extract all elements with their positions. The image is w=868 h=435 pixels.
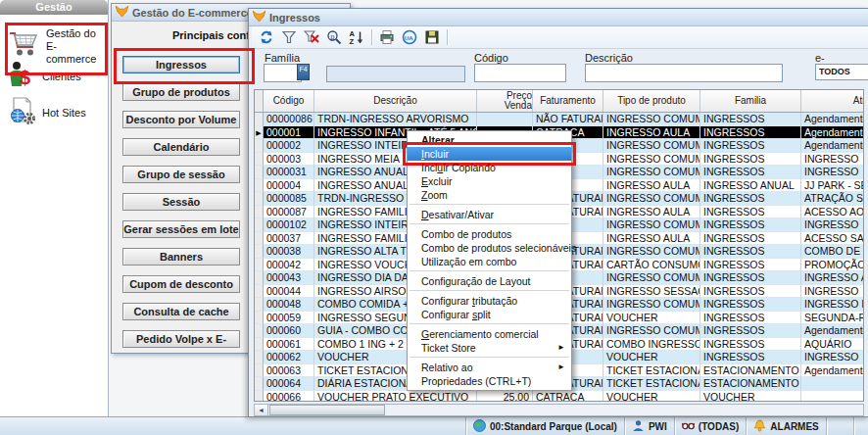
menu-item-incluir-copiando[interactable]: Incluir Copiando [408,161,571,174]
sidebar-item-label: Gestão do E-commerce [46,27,107,66]
app-fox-icon [116,5,128,20]
row-indicator-cell [255,232,264,246]
menu-item-relativo-ao[interactable]: Relativo ao► [408,361,571,374]
zoom-icon[interactable]: p [326,29,342,45]
column-header[interactable]: Código [264,90,314,112]
table-cell: 000064 [264,377,314,391]
table-cell: Agendamento [801,364,864,378]
familia-f4-lookup-button[interactable]: F4 [297,64,310,80]
print-icon[interactable] [379,29,395,45]
table-cell: INGRESSOS [700,126,801,140]
table-cell: INGRESSOS [700,245,801,259]
sidebar-item-hot-sites[interactable]: Hot Sites [0,96,108,129]
table-cell: 000001 [264,126,314,140]
table-row[interactable]: 00000086TRDN-INGRESSO ARVORISMONÃO FATUR… [255,113,864,126]
ecommerce-button-banners[interactable]: Banners [122,248,240,266]
table-cell: NÃO FATURAR [533,113,603,126]
scrollbar-thumb[interactable] [269,405,385,415]
table-cell: 0000085 [264,192,314,206]
menu-item-utiliza-o-em-combo[interactable]: Utilização em combo [408,255,571,268]
row-indicator-cell [255,153,264,167]
table-cell: INGRESSO [801,166,864,179]
refresh-icon[interactable] [259,29,274,45]
table-cell: INGRESSO INTEIR [801,298,864,312]
scroll-left-arrow-icon[interactable]: ◄ [255,405,268,415]
table-cell: TICKET ESTACIONAME [603,364,700,378]
menu-item-configurar-split[interactable]: Configurar split [408,308,571,321]
column-header[interactable]: Preço Venda [477,90,533,112]
menu-separator [410,323,569,324]
glasses-icon [682,419,695,434]
sidebar-item-clientes[interactable]: $ Clientes [0,61,108,92]
menu-item-ticket-store[interactable]: Ticket Store► [408,341,571,355]
table-cell: INGRESSO SESSAO AI [603,285,700,299]
ingressos-toolbar: p A Z [252,26,868,49]
sort-icon[interactable]: A Z [349,29,364,45]
ua-badge-icon[interactable]: UA [402,29,417,45]
table-cell: Agendamento [801,113,864,126]
ecommerce-button-gerar-sess-es-em-lote[interactable]: Gerar sessões em lote [122,220,240,238]
menu-item-incluir[interactable]: Incluir [408,147,571,161]
status-database-label: 00:Standard Parque (Local) [490,421,617,432]
column-header[interactable]: Familia [700,90,801,112]
status-segment-database: 00:Standard Parque (Local) [466,417,625,435]
menu-item-configura-o-de-layout[interactable]: Configuração de Layout [408,274,571,288]
ecommerce-button-sess-o[interactable]: Sessão [122,193,240,211]
ecommerce-button-calend-rio[interactable]: Calendário [122,138,240,156]
descricao-input[interactable] [585,64,783,82]
svg-text:Z: Z [350,37,355,45]
status-user-label: PWI [649,421,667,432]
save-icon[interactable] [424,29,440,45]
ecommerce-button-consulta-de-cache[interactable]: Consulta de cache [122,303,240,320]
table-cell: INGRESSO COMUM [603,113,700,126]
familia-description-field [326,66,465,82]
table-cell: 000059 [264,312,314,325]
clear-filter-icon[interactable] [304,29,319,45]
ecommerce-button-grupo-de-sess-o[interactable]: Grupo de sessão [122,166,240,183]
menu-item-gerenciamento-comercial[interactable]: Gerenciamento comercial [408,327,571,341]
ecommerce-button-ingressos[interactable]: Ingressos [122,56,240,73]
horizontal-scrollbar[interactable]: ◄ [254,404,864,416]
descricao-label: Descrição [585,52,633,64]
ingressos-window-titlebar[interactable]: Ingressos [249,9,868,26]
row-indicator-cell [255,139,264,153]
table-cell: 000066 [264,391,314,403]
svg-text:p: p [331,33,335,41]
ecommerce-button-desconto-por-volume[interactable]: Desconto por Volume [122,111,240,128]
menu-item-combo-de-produtos[interactable]: Combo de produtos [408,227,571,241]
column-header[interactable]: Atração [801,90,864,112]
table-cell: ATRAÇÃO SEM IMA [801,192,864,206]
table-cell: 00000086 [264,113,314,126]
menu-item-configurar-tributa-o[interactable]: Configurar tributação [408,294,571,308]
ecommerce-button-pedido-volpe-x-e-commerce[interactable]: Pedido Volpe x E-commerce [122,330,240,348]
table-cell: ACESSO AO JARD [801,206,864,219]
row-indicator-cell [255,166,264,179]
table-cell: TRDN-INGRESSO ARVORISMO [314,113,477,126]
column-header[interactable]: Tipo de produto [603,90,700,112]
menu-item-alterar[interactable]: Alterar [408,133,571,147]
ecommerce-button-cupom-de-desconto[interactable]: Cupom de desconto [122,275,240,293]
table-cell: Agendamento [801,324,864,338]
ecommerce-button-list: IngressosGrupo de produtosDesconto por V… [122,56,240,354]
filter-icon[interactable] [281,29,297,45]
table-cell: INGRESSOS [700,113,801,126]
table-cell: INGRESSOS [700,259,801,272]
column-header[interactable]: Descrição [314,90,477,112]
table-cell: INGRESSOS [700,153,801,167]
menu-item-excluir[interactable]: Excluir [408,174,571,188]
ecommerce-button-grupo-de-produtos[interactable]: Grupo de produtos [122,83,240,101]
row-indicator-cell [255,377,264,391]
table-row[interactable]: 000066VOUCHER PRATO EXECUTIVO25,00CATRAC… [255,391,864,403]
menu-item-zoom[interactable]: Zoom [408,188,571,202]
menu-item-propriedades-ctrl-t-[interactable]: Propriedades (CTRL+T) [408,374,571,388]
row-indicator-cell [255,259,264,272]
table-cell: TICKET ESTACIONAME [603,377,700,391]
menu-item-desativar-ativar[interactable]: Desativar/Ativar [408,208,571,221]
codigo-input[interactable] [474,64,566,82]
status-segment-alarmes[interactable]: ALARMES [747,417,826,435]
column-header[interactable]: Faturamento [533,90,603,112]
table-cell: 000038 [264,245,314,259]
menu-item-combo-de-produtos-selecion-veis[interactable]: Combo de produtos selecionáveis [408,241,571,255]
menu-separator [410,270,569,271]
ecommerce-filter-select[interactable]: TODOS [815,64,868,80]
